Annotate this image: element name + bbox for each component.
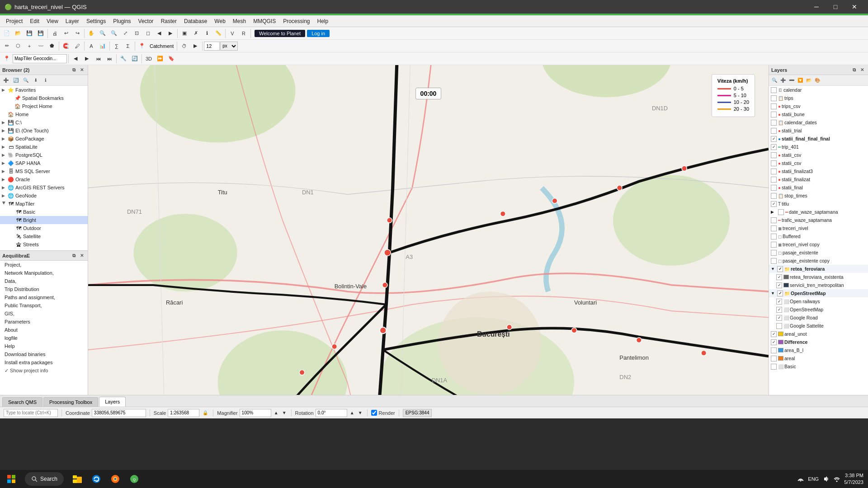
layer-calendar-dates[interactable]: 📋 calendar_dates (769, 118, 868, 127)
menu-database[interactable]: Database (180, 17, 211, 26)
layer-retea-feroviara-group[interactable]: ▼ 📁 retea_feroviara (769, 265, 868, 273)
layer-statii-trial-check[interactable] (771, 128, 777, 134)
layer-pasaje-ex-check[interactable] (771, 250, 777, 256)
menu-processing[interactable]: Processing (279, 17, 313, 26)
browser-item-favorites[interactable]: ▶⭐Favorites (0, 86, 88, 94)
navigation-btn-1[interactable]: ◀ (70, 53, 81, 64)
render-checkbox[interactable] (371, 410, 377, 416)
tab-search-qms[interactable]: Search QMS (2, 397, 42, 407)
coordinate-input[interactable] (92, 409, 146, 417)
layer-basic[interactable]: ⬜ Basic (769, 362, 868, 371)
navigation-btn-3[interactable]: ⏮ (93, 53, 104, 64)
layer-trafic-waze-check[interactable] (771, 217, 777, 223)
browser-item-maptiler[interactable]: ▶🗺MapTiler (0, 200, 88, 208)
zoom-in-button[interactable]: 🔍 (97, 28, 108, 39)
layer-trips-csv[interactable]: ● trips_csv (769, 102, 868, 110)
browser-item-geonode[interactable]: ▶🌐GeoNode (0, 192, 88, 200)
animation2-btn[interactable]: ⏩ (155, 53, 165, 64)
font-size-input[interactable] (204, 42, 220, 51)
menu-layer[interactable]: Layer (62, 17, 83, 26)
browser-refresh-btn[interactable]: 🔄 (11, 77, 20, 84)
aeq-item-about[interactable]: About (0, 326, 88, 334)
layers-filter-btn[interactable]: 🔽 (796, 77, 804, 84)
browser-item-bright[interactable]: 🗺Bright (0, 216, 88, 224)
browser-item-arcgis[interactable]: ▶🌐ArcGIS REST Servers (0, 183, 88, 192)
menu-edit[interactable]: Edit (26, 17, 43, 26)
layer-pasaje-ex-copy-check[interactable] (771, 258, 777, 264)
browser-item-c[interactable]: ▶💾C:\ (0, 118, 88, 127)
layer-areal-unot-check[interactable] (771, 331, 777, 337)
layers-search-btn[interactable]: 🔍 (770, 77, 778, 84)
layer-basic-check[interactable] (771, 364, 777, 370)
browser-close-btn[interactable]: ✕ (78, 66, 85, 74)
node-tool-btn[interactable]: ⬡ (13, 41, 24, 52)
layer-treceri-nivel-check[interactable] (771, 225, 777, 231)
layer-buffered-check[interactable] (771, 234, 777, 239)
add-raster-button[interactable]: R (238, 28, 249, 39)
taskbar-app-edge[interactable] (87, 470, 105, 488)
zoom-out-button[interactable]: 🔍 (108, 28, 119, 39)
locate-input[interactable] (4, 409, 58, 417)
field-calc-btn[interactable]: ∑ (111, 41, 122, 52)
aeq-item-network[interactable]: Network Manipulation, (0, 269, 88, 277)
layer-stop-times-check[interactable] (771, 193, 777, 199)
layer-area-bl-check[interactable] (771, 347, 777, 353)
catchment-btn[interactable]: 📍 (137, 41, 147, 52)
font-unit-select[interactable]: px pt mm (220, 42, 238, 51)
browser-item-e[interactable]: ▶💾E\ (One Touch) (0, 127, 88, 135)
aeq-item-gis[interactable]: GIS, (0, 310, 88, 318)
taskbar-app-firefox[interactable] (106, 470, 124, 488)
layer-calendar-check[interactable] (771, 87, 777, 93)
menu-web[interactable]: Web (211, 17, 229, 26)
diagram-btn[interactable]: 📊 (97, 41, 108, 52)
bookmark-btn[interactable]: 🔖 (166, 53, 177, 64)
measure-button[interactable]: 📏 (213, 28, 224, 39)
deselect-button[interactable]: ✗ (190, 28, 201, 39)
layer-trips-check[interactable] (771, 95, 777, 101)
3d-btn[interactable]: 3D (143, 53, 154, 64)
layer-statii-bune-check[interactable] (771, 112, 777, 117)
layer-retea-fev-existenta[interactable]: retea_feroviara_existenta (769, 273, 868, 281)
tab-layers[interactable]: Layers (99, 397, 126, 407)
print-button[interactable]: 🖨 (49, 28, 60, 39)
layer-titlu[interactable]: T titlu (769, 200, 868, 208)
layer-area-b-l[interactable]: area_B_l (769, 346, 868, 354)
browser-item-mssql[interactable]: ▶🗄MS SQL Server (0, 167, 88, 175)
snapping-btn[interactable]: 🧲 (61, 41, 71, 52)
layer-statii-csv[interactable]: ● statii_csv (769, 151, 868, 159)
layer-titlu-check[interactable] (771, 201, 777, 207)
trace-btn[interactable]: 🖊 (72, 41, 83, 52)
layer-retea-grp-check[interactable] (777, 266, 783, 272)
layer-areal-check[interactable] (771, 356, 777, 361)
browser-item-spatialite[interactable]: ▶🗃SpatiaLite (0, 143, 88, 151)
browser-item-saphana[interactable]: ▶🔷SAP HANA (0, 159, 88, 167)
layer-statii-final-check[interactable] (771, 185, 777, 191)
layer-statii-fin3-check[interactable] (771, 169, 777, 174)
pan-button[interactable]: ✋ (86, 28, 97, 39)
layer-open-railways[interactable]: ⬜ Open railways (769, 297, 868, 305)
labels-btn[interactable]: A (86, 41, 97, 52)
layer-statii-fff-check[interactable] (771, 136, 777, 142)
menu-vector[interactable]: Vector (135, 17, 157, 26)
layer-trip-401[interactable]: ━ trip_401 (769, 143, 868, 151)
maximize-button[interactable]: □ (826, 0, 844, 14)
aeq-item-project[interactable]: Project, (0, 261, 88, 269)
browser-detach-btn[interactable]: ⧉ (70, 66, 77, 74)
layer-pasaje-existente[interactable]: ◻ pasaje_existente (769, 249, 868, 257)
layer-statii-csv-2-check[interactable] (771, 160, 777, 166)
layer-statii-csv-2[interactable]: ● statii_csv (769, 159, 868, 167)
digitize-btn[interactable]: ✏ (1, 41, 12, 52)
layer-calendar-dates-check[interactable] (771, 120, 777, 126)
layer-osm-group[interactable]: ▼ 📁 OpenStreetMap (769, 289, 868, 297)
browser-item-satellite[interactable]: 🛰Satellite (0, 232, 88, 240)
browser-collapse-btn[interactable]: ⬇ (31, 77, 40, 84)
layer-statii-final-final-final[interactable]: ● statii_final_final_final (769, 135, 868, 143)
layers-close-btn[interactable]: ✕ (859, 66, 866, 74)
layer-trips[interactable]: 📋 trips (769, 94, 868, 102)
layer-google-road[interactable]: ⬜ Google Road (769, 314, 868, 322)
layer-servicii-tren[interactable]: servicii_tren_metropolitan (769, 281, 868, 289)
menu-view[interactable]: View (43, 17, 62, 26)
tab-processing-toolbox[interactable]: Processing Toolbox (43, 397, 98, 407)
start-button[interactable] (0, 470, 23, 488)
browser-item-project-home[interactable]: 🏠Project Home (0, 102, 88, 110)
